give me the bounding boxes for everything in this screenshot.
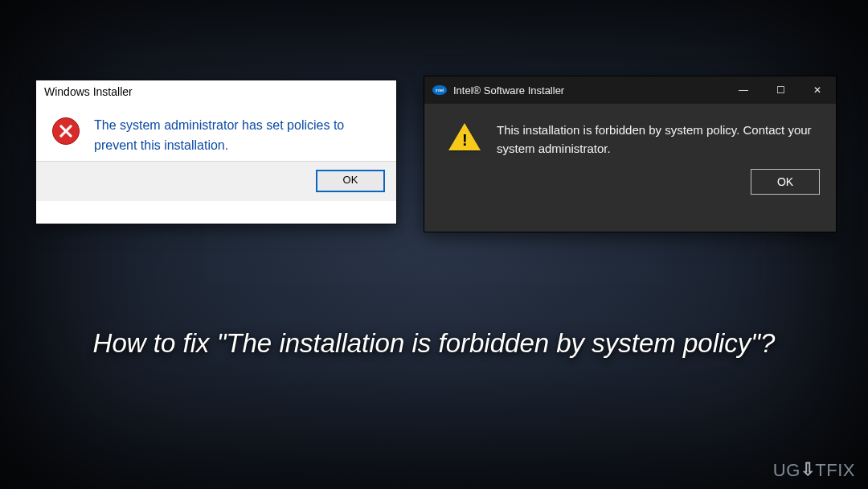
dialog-body: The system administrator has set policie… bbox=[36, 106, 396, 161]
dialog-message: The system administrator has set policie… bbox=[94, 114, 380, 156]
intel-logo-icon bbox=[432, 85, 447, 95]
download-icon: ⇩ bbox=[800, 459, 816, 480]
site-watermark: UG⇩TFIX bbox=[773, 460, 855, 481]
intel-installer-dialog: Intel® Software Installer — ☐ ✕ This ins… bbox=[424, 76, 837, 232]
article-headline: How to fix "The installation is forbidde… bbox=[0, 328, 868, 359]
dialog-titlebar: Intel® Software Installer — ☐ ✕ bbox=[424, 76, 836, 104]
ok-button[interactable]: OK bbox=[751, 169, 820, 195]
error-icon bbox=[52, 117, 80, 145]
watermark-suffix: TFIX bbox=[815, 460, 855, 481]
maximize-button[interactable]: ☐ bbox=[762, 76, 799, 104]
windows-installer-dialog: Windows Installer The system administrat… bbox=[35, 80, 397, 224]
close-button[interactable]: ✕ bbox=[799, 76, 836, 104]
dialog-title: Windows Installer bbox=[36, 80, 396, 106]
dialog-footer: OK bbox=[424, 164, 836, 195]
minimize-button[interactable]: — bbox=[725, 76, 762, 104]
window-controls: — ☐ ✕ bbox=[725, 76, 836, 104]
ok-button[interactable]: OK bbox=[316, 170, 385, 192]
dialog-message: This installation is forbidden by system… bbox=[497, 121, 812, 158]
dialog-title: Intel® Software Installer bbox=[453, 84, 564, 97]
dialog-body: This installation is forbidden by system… bbox=[424, 104, 836, 164]
warning-icon bbox=[448, 123, 481, 150]
dialog-footer: OK bbox=[36, 161, 396, 201]
watermark-prefix: UG bbox=[773, 460, 800, 481]
